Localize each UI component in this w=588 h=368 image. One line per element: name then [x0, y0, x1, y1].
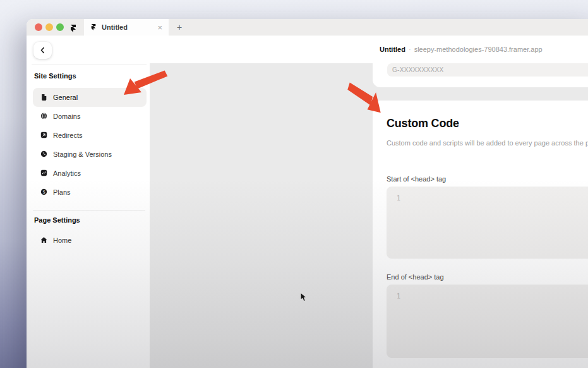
zoom-window-button[interactable] — [56, 23, 64, 31]
window-controls — [35, 19, 64, 35]
custom-code-title: Custom Code — [387, 101, 588, 130]
redirect-arrow-icon — [40, 130, 47, 141]
sidebar-item-label: Staging & Versions — [53, 150, 112, 158]
sidebar-nav: General Domains — [33, 88, 147, 250]
page-settings-heading: Page Settings — [34, 216, 147, 224]
home-icon — [40, 235, 47, 246]
custom-code-description: Custom code and scripts will be added to… — [387, 138, 588, 147]
chart-icon — [40, 168, 47, 179]
back-button[interactable] — [33, 42, 52, 59]
globe-icon — [40, 111, 47, 122]
custom-code-card: Custom Code Custom code and scripts will… — [373, 101, 588, 368]
sidebar-item-staging-versions[interactable]: Staging & Versions — [33, 145, 147, 164]
sidebar-item-plans[interactable]: $ Plans — [33, 183, 147, 202]
framer-app-window: Untitled × + Site Settings — [27, 19, 588, 368]
breadcrumb: Untitled·sleepy-methodologies-790843.fra… — [380, 46, 543, 53]
minimize-window-button[interactable] — [45, 23, 53, 31]
start-of-head-code-editor[interactable]: 1 — [387, 187, 588, 259]
sidebar-divider — [33, 210, 145, 211]
sidebar-item-domains[interactable]: Domains — [33, 107, 147, 126]
sidebar-item-analytics[interactable]: Analytics — [33, 164, 147, 183]
framer-logo-icon[interactable] — [69, 23, 77, 35]
line-number: 1 — [397, 195, 400, 202]
sidebar-item-home[interactable]: Home — [33, 231, 147, 250]
new-tab-button[interactable]: + — [172, 19, 186, 35]
sidebar-item-redirects[interactable]: Redirects — [33, 126, 147, 145]
site-settings-heading: Site Settings — [34, 72, 76, 80]
annotation-arrow-general — [122, 70, 169, 99]
dollar-icon: $ — [40, 187, 47, 198]
tab-close-icon[interactable]: × — [157, 23, 162, 32]
google-analytics-id-input[interactable] — [387, 63, 588, 77]
tab-title: Untitled — [102, 23, 128, 31]
tab-bar: Untitled × + — [27, 19, 588, 35]
sidebar-item-label: Redirects — [53, 132, 82, 139]
site-title: Untitled — [380, 46, 405, 53]
annotation-arrow-custom-code — [347, 82, 382, 118]
sidebar-item-label: Domains — [53, 113, 80, 120]
analytics-card-bottom — [373, 61, 588, 87]
clock-icon — [40, 149, 47, 160]
svg-text:$: $ — [42, 190, 45, 195]
chevron-left-icon — [40, 45, 45, 56]
tab-untitled[interactable]: Untitled × — [84, 19, 169, 35]
end-of-head-label: End of <head> tag — [387, 273, 588, 281]
site-domain[interactable]: sleepy-methodologies-790843.framer.app — [414, 46, 543, 53]
settings-page: Site Settings General — [27, 36, 588, 368]
sidebar-item-label: General — [53, 94, 78, 101]
settings-header-bar: Untitled·sleepy-methodologies-790843.fra… — [150, 36, 588, 63]
tab-framer-icon — [90, 21, 97, 33]
sidebar-item-label: Plans — [53, 188, 71, 196]
sidebar-item-label: Analytics — [53, 169, 81, 177]
sidebar-item-label: Home — [53, 236, 71, 244]
close-window-button[interactable] — [35, 23, 42, 31]
start-of-head-label: Start of <head> tag — [387, 175, 588, 183]
line-number: 1 — [397, 293, 400, 300]
separator-dot: · — [409, 46, 411, 53]
sidebar-divider — [32, 64, 147, 64]
mouse-cursor — [300, 292, 307, 305]
document-icon — [40, 92, 47, 103]
end-of-head-code-editor[interactable]: 1 — [387, 285, 588, 358]
